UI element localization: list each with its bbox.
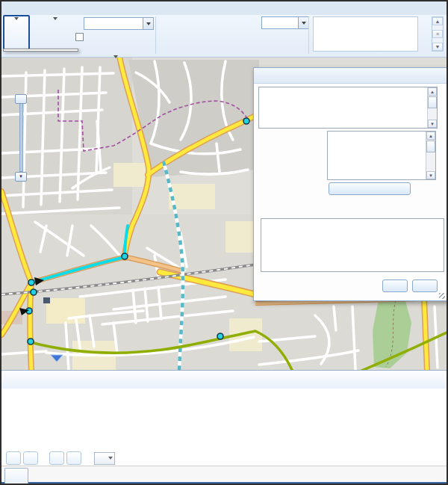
next-page-button[interactable] <box>49 451 64 465</box>
train-station-icon <box>43 297 50 303</box>
table-toolbar <box>1 371 447 389</box>
redline-gallery <box>313 16 418 52</box>
attribute-set-dropdown[interactable] <box>261 16 309 29</box>
scroll-thumb[interactable] <box>426 140 435 152</box>
scroll-up-icon[interactable]: ▲ <box>428 87 437 96</box>
select-by-attributes-dialog: ▲ ▼ ▲ ▼ <box>253 67 447 301</box>
dialog-menu-icon[interactable] <box>421 70 432 81</box>
previous-page-button[interactable] <box>23 451 38 465</box>
scroll-down-icon[interactable]: ▼ <box>428 120 437 128</box>
dialog-select-button[interactable] <box>382 279 408 292</box>
select-dropdown-menu <box>3 49 78 52</box>
map-zoom-slider[interactable]: ▼ <box>14 91 28 181</box>
line-events-button[interactable] <box>188 16 217 55</box>
field-list-scrollbar[interactable]: ▲ ▼ <box>427 87 437 128</box>
dialog-resize-grip[interactable] <box>439 293 445 299</box>
field-list[interactable]: ▲ ▼ <box>258 87 438 129</box>
scroll-down-icon[interactable]: ▼ <box>426 171 435 179</box>
point-events-button[interactable] <box>160 16 188 55</box>
scroll-up-icon[interactable]: ▲ <box>432 17 443 25</box>
values-scrollbar[interactable]: ▲ ▼ <box>426 132 435 179</box>
layer-dropdown[interactable] <box>84 17 154 30</box>
first-page-button[interactable] <box>6 451 21 465</box>
ribbon-tabs <box>1 1 447 15</box>
unique-values-list[interactable]: ▲ ▼ <box>327 131 436 180</box>
layer-dropdown-caret-icon[interactable] <box>143 18 153 29</box>
where-clause-input[interactable] <box>261 218 444 272</box>
attribute-table-panel <box>1 370 447 484</box>
return-attribute-set-checkbox[interactable] <box>75 33 87 41</box>
redline-gallery-scrollbar[interactable]: ▲ ≡ ▼ <box>432 16 444 52</box>
scroll-thumb[interactable]: ≡ <box>432 30 443 38</box>
scroll-down-icon[interactable]: ▼ <box>432 43 443 51</box>
select-button[interactable] <box>3 15 30 52</box>
selection-more-caret-icon[interactable] <box>113 55 118 58</box>
tab-event-attributes[interactable] <box>4 468 28 484</box>
panel-tab-bar <box>1 466 447 484</box>
checkbox-icon[interactable] <box>75 33 84 41</box>
tab-close-icon[interactable] <box>14 472 23 481</box>
rectangle-button[interactable] <box>34 16 76 50</box>
dialog-close-icon[interactable] <box>433 70 444 81</box>
select-dropdown-caret-icon <box>14 17 19 20</box>
zoom-slider-handle[interactable] <box>15 94 27 104</box>
zoom-slider-down-icon[interactable]: ▼ <box>15 172 27 182</box>
scroll-thumb[interactable] <box>428 96 437 108</box>
last-page-button[interactable] <box>66 451 81 465</box>
rectangle-dropdown-caret-icon <box>53 17 57 20</box>
table-pagination <box>1 451 447 466</box>
zoom-slider-track[interactable] <box>19 96 23 172</box>
application-window: ▲ ≡ ▼ <box>0 0 448 485</box>
dialog-close-button[interactable] <box>412 279 438 292</box>
scroll-up-icon[interactable]: ▲ <box>426 132 435 140</box>
page-select-caret-icon <box>108 457 113 460</box>
get-unique-values-button[interactable] <box>329 182 411 195</box>
dialog-titlebar[interactable] <box>254 68 447 84</box>
attribute-set-caret-icon[interactable] <box>298 17 308 28</box>
page-select-dropdown[interactable] <box>94 452 115 465</box>
